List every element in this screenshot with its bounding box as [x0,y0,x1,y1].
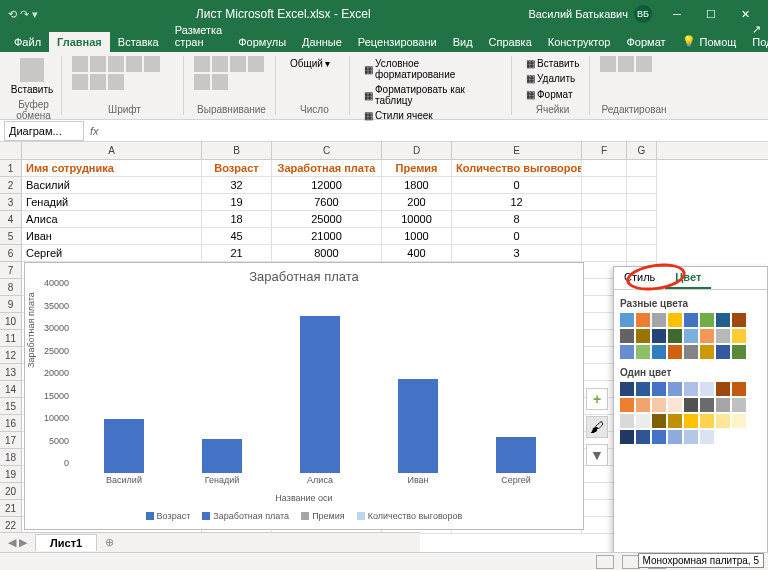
col-header[interactable]: G [627,142,657,159]
cell[interactable] [627,211,657,228]
color-swatch[interactable] [732,345,746,359]
color-swatch[interactable] [620,382,634,396]
color-swatch[interactable] [684,430,698,444]
name-box[interactable] [4,121,84,141]
color-swatch[interactable] [652,345,666,359]
cell[interactable]: 0 [452,177,582,194]
cell[interactable] [582,177,627,194]
qat[interactable]: ⟲ ↷ ▾ [8,8,38,21]
fx-icon[interactable]: fx [90,125,99,137]
row-header[interactable]: 15 [0,398,22,415]
number-format[interactable]: Общий ▾ [286,56,343,71]
cell[interactable]: Возраст [202,160,272,177]
color-swatch[interactable] [700,382,714,396]
tell-me[interactable]: 💡 Помощ [674,31,745,52]
formula-input[interactable] [103,121,768,141]
col-header[interactable]: D [382,142,452,159]
select-all[interactable] [0,142,22,159]
row-header[interactable]: 8 [0,279,22,296]
row-header[interactable]: 4 [0,211,22,228]
cell[interactable]: 21 [202,245,272,262]
tab-design[interactable]: Конструктор [540,32,619,52]
cell[interactable] [627,228,657,245]
color-swatch[interactable] [668,414,682,428]
color-swatch[interactable] [700,329,714,343]
color-swatch[interactable] [716,313,730,327]
sheet-nav[interactable]: ◀ ▶ [0,536,35,549]
tab-review[interactable]: Рецензировани [350,32,445,52]
row-header[interactable]: 7 [0,262,22,279]
color-swatch[interactable] [636,329,650,343]
share-button[interactable]: ↗ Поделиться [744,19,768,52]
cell[interactable]: 7600 [272,194,382,211]
color-swatch[interactable] [716,345,730,359]
cell[interactable] [627,245,657,262]
color-swatch[interactable] [652,430,666,444]
color-swatch[interactable] [684,414,698,428]
format-table[interactable]: ▦ Форматировать как таблицу [360,82,505,108]
cell[interactable]: 400 [382,245,452,262]
cell[interactable]: Генадий [22,194,202,211]
chart-legend[interactable]: ВозрастЗаработная платаПремияКоличество … [25,511,583,521]
color-swatch[interactable] [732,398,746,412]
col-header[interactable]: F [582,142,627,159]
color-swatch[interactable] [732,313,746,327]
row-header[interactable]: 10 [0,313,22,330]
color-swatch[interactable] [732,414,746,428]
cell[interactable]: 1000 [382,228,452,245]
tab-file[interactable]: Файл [6,32,49,52]
color-swatch[interactable] [620,313,634,327]
color-swatch[interactable] [716,414,730,428]
tab-formulas[interactable]: Формулы [230,32,294,52]
color-swatch[interactable] [700,414,714,428]
cell[interactable]: 19 [202,194,272,211]
row-header[interactable]: 9 [0,296,22,313]
cell[interactable]: 32 [202,177,272,194]
embedded-chart[interactable]: Заработная плата Заработная плата 050001… [24,262,584,530]
cell[interactable]: 8 [452,211,582,228]
user-info[interactable]: Василий Батькавич ВБ [528,5,652,23]
tab-view[interactable]: Вид [445,32,481,52]
chart-filter-button[interactable]: ▼ [586,444,608,466]
maximize-button[interactable]: ☐ [696,4,726,24]
color-swatch[interactable] [620,398,634,412]
color-swatch[interactable] [684,345,698,359]
cell[interactable] [627,177,657,194]
col-header[interactable]: E [452,142,582,159]
color-swatch[interactable] [732,329,746,343]
color-swatch[interactable] [684,313,698,327]
cond-format[interactable]: ▦ Условное форматирование [360,56,505,82]
chart-bar[interactable] [496,437,536,473]
cell[interactable]: 25000 [272,211,382,228]
cell[interactable]: 8000 [272,245,382,262]
chart-title[interactable]: Заработная плата [25,263,583,290]
color-swatch[interactable] [652,382,666,396]
tab-help[interactable]: Справка [481,32,540,52]
style-tab[interactable]: Стиль [614,267,665,289]
color-swatch[interactable] [636,414,650,428]
color-swatch[interactable] [716,398,730,412]
cell[interactable]: Количество выговоров [452,160,582,177]
cell[interactable]: 200 [382,194,452,211]
insert-cells[interactable]: ▦ Вставить [522,56,583,71]
cell[interactable]: 21000 [272,228,382,245]
chart-bar[interactable] [202,439,242,473]
paste-button[interactable]: Вставить [12,56,52,97]
cell[interactable]: Василий [22,177,202,194]
cell[interactable]: 3 [452,245,582,262]
color-swatch[interactable] [732,382,746,396]
color-swatch[interactable] [716,329,730,343]
sheet-tab-1[interactable]: Лист1 [35,534,97,551]
add-sheet[interactable]: ⊕ [97,536,122,549]
color-tab[interactable]: Цвет [665,267,711,289]
tab-data[interactable]: Данные [294,32,350,52]
tab-insert[interactable]: Вставка [110,32,167,52]
cell[interactable] [582,160,627,177]
color-swatch[interactable] [700,313,714,327]
cell[interactable]: Алиса [22,211,202,228]
color-swatch[interactable] [636,382,650,396]
color-swatch[interactable] [668,398,682,412]
color-swatch[interactable] [620,329,634,343]
cell[interactable]: 0 [452,228,582,245]
cell[interactable]: Сергей [22,245,202,262]
